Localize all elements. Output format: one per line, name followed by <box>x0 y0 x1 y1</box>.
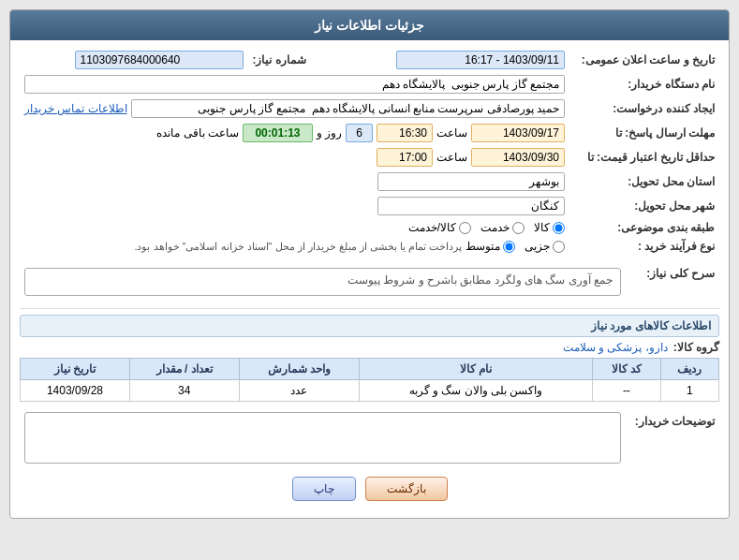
cell-vahed: عدد <box>239 380 359 402</box>
farayand-motavaret[interactable]: متوسط <box>466 240 515 253</box>
serh-form: سرح کلی نیاز: جمع آوری سگ های ولگرد مطاب… <box>20 261 719 302</box>
hadaqal-time-label: ساعت <box>436 151 467 164</box>
noe-farayand-label: نوع فرآیند خرید : <box>569 237 719 256</box>
cell-name: واکسن بلی والان سگ و گربه <box>360 380 593 402</box>
col-radif: ردیف <box>660 359 718 380</box>
table-row: 1 -- واکسن بلی والان سگ و گربه عدد 34 14… <box>21 380 719 402</box>
back-button[interactable]: بازگشت <box>365 477 448 501</box>
mohlat-roz-label: روز و <box>317 126 342 140</box>
page-header: جزئیات اطلاعات نیاز <box>10 10 729 40</box>
shahr-value[interactable] <box>377 197 565 215</box>
tabaqe-kala[interactable]: کالا <box>534 221 565 234</box>
tabaqe-label: طبقه بندی موضوعی: <box>569 218 719 237</box>
cell-kod: -- <box>593 380 661 402</box>
nam-dastgah-label: نام دستگاه خریدار: <box>569 72 719 96</box>
tozi-form: توضیحات خریدار: <box>20 409 719 469</box>
serh-value: جمع آوری سگ های ولگرد مطابق باشرح و شروط… <box>24 268 621 296</box>
farayand-note: پرداخت تمام یا بخشی از مبلغ خریدار از مح… <box>134 241 462 253</box>
page-title: جزئیات اطلاعات نیاز <box>315 18 424 33</box>
farayand-jozi[interactable]: جزیی <box>525 240 565 253</box>
hadaqal-time[interactable] <box>377 148 433 167</box>
btn-row: بازگشت چاپ <box>20 477 719 510</box>
cell-tedad: 34 <box>129 380 239 402</box>
hadaqal-label: حداقل تاریخ اعتبار قیمت: تا <box>569 145 719 169</box>
tabaqe-khedmat[interactable]: خدمت <box>480 221 525 234</box>
print-button[interactable]: چاپ <box>292 477 356 501</box>
mohlat-date[interactable] <box>471 124 565 142</box>
tarikh-aelam-label: تاریخ و ساعت اعلان عمومی: <box>569 48 719 72</box>
mohlat-timer-label: ساعت باقی مانده <box>156 126 239 140</box>
mohlat-timer[interactable] <box>243 124 313 142</box>
ijad-konande-value[interactable] <box>131 99 565 118</box>
tozi-textarea[interactable] <box>24 412 621 464</box>
shomare-niaz-value[interactable] <box>75 51 244 69</box>
cell-radif: 1 <box>660 380 718 402</box>
mohlat-label: مهلت ارسال پاسخ: تا <box>569 121 719 145</box>
group-kala-row: گروه کالا: دارو، پزشکی و سلامت <box>20 341 719 354</box>
mohlat-time-label: ساعت <box>436 126 467 140</box>
tozi-label: توضیحات خریدار: <box>626 409 719 469</box>
group-kala-label: گروه کالا: <box>673 341 719 354</box>
shomare-niaz-label: شماره نیاز: <box>248 48 342 72</box>
col-kod: کد کالا <box>593 359 661 380</box>
kala-table: ردیف کد کالا نام کالا واحد شمارش تعداد /… <box>20 358 719 402</box>
ostan-label: استان محل تحویل: <box>569 169 719 194</box>
ijad-konande-label: ایجاد کننده درخواست: <box>569 96 719 121</box>
tabaqe-kala-khedmat[interactable]: کالا/خدمت <box>408 221 471 234</box>
ostan-value[interactable] <box>377 172 565 191</box>
tarikh-aelam-value[interactable] <box>396 51 565 69</box>
mohlat-roz-value: 6 <box>346 124 373 142</box>
col-vahed: واحد شمارش <box>239 359 359 380</box>
hadaqal-date[interactable] <box>471 148 565 167</box>
mohlat-time[interactable] <box>377 124 433 142</box>
group-kala-value: دارو، پزشکی و سلامت <box>563 341 668 354</box>
shahr-label: شهر محل تحویل: <box>569 194 719 218</box>
cell-tarikh: 1403/09/28 <box>21 380 130 402</box>
col-name: نام کالا <box>360 359 593 380</box>
col-tarikh: تاریخ نیاز <box>21 359 130 380</box>
serh-label: سرح کلی نیاز: <box>626 261 719 302</box>
ijad-konande-link[interactable]: اطلاعات تماس خریدار <box>24 102 127 115</box>
nam-dastgah-value[interactable] <box>24 75 565 94</box>
col-tedad: تعداد / مقدار <box>129 359 239 380</box>
section-info-title: اطلاعات کالاهای مورد نیاز <box>20 315 719 337</box>
details-form: تاریخ و ساعت اعلان عمومی: شماره نیاز: نا… <box>20 48 719 256</box>
